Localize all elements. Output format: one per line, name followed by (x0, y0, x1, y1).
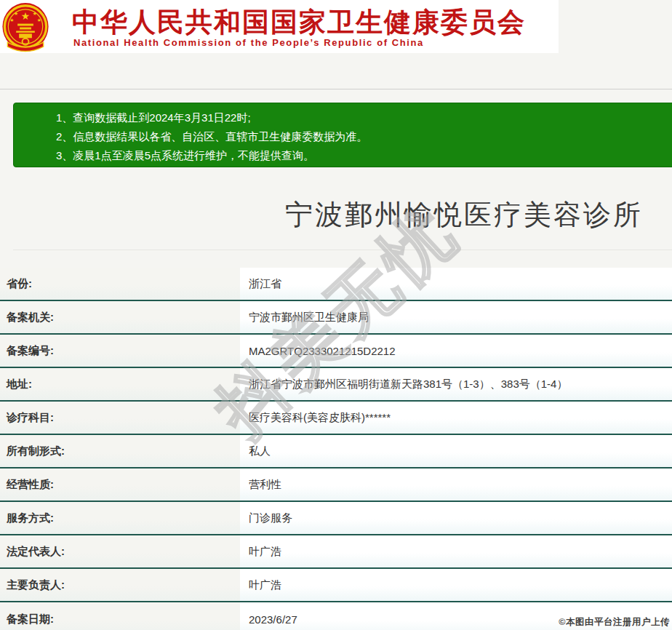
field-label: 备案日期: (0, 602, 240, 630)
field-value: 私人 (240, 435, 672, 467)
field-label: 经营性质: (0, 468, 240, 501)
notice-box: 1、查询数据截止到2024年3月31日22时;2、信息数据结果以各省、自治区、直… (13, 103, 672, 167)
field-value: 浙江省 (240, 268, 672, 300)
upload-copyright-note: ©本图由平台注册用户上传 (559, 616, 670, 629)
field-label: 备案编号: (0, 335, 240, 367)
table-row: 诊疗科目: 医疗美容科(美容皮肤科)****** (0, 402, 672, 435)
field-value: MA2GRTQ2333021215D2212 (240, 335, 672, 367)
table-row: 经营性质: 营利性 (0, 468, 672, 502)
institution-name: 宁波鄞州愉悦医疗美容诊所 (285, 196, 643, 234)
field-value: 门诊服务 (240, 502, 672, 534)
svg-text:★: ★ (37, 17, 41, 23)
notice-item: 3、凌晨1点至凌晨5点系统进行维护，不能提供查询。 (56, 146, 672, 165)
field-label: 主要负责人: (0, 569, 240, 601)
field-label: 法定代表人: (0, 535, 240, 567)
table-row: 地址: 浙江省宁波市鄞州区福明街道新天路381号（1-3）、383号（1-4） (0, 368, 672, 402)
field-value: 宁波市鄞州区卫生健康局 (240, 301, 672, 333)
top-band: ★ ★ ★ ★ ★ 中华人民共和国国家卫生健康委员会 National Heal… (0, 0, 672, 89)
notice-list: 1、查询数据截止到2024年3月31日22时;2、信息数据结果以各省、自治区、直… (56, 108, 672, 165)
table-row: 服务方式: 门诊服务 (0, 502, 672, 535)
field-value: 营利性 (240, 468, 672, 501)
table-row: 备案编号: MA2GRTQ2333021215D2212 (0, 335, 672, 368)
field-label: 诊疗科目: (0, 402, 240, 434)
field-label: 地址: (0, 368, 240, 400)
field-label: 省份: (0, 268, 240, 300)
field-value: 叶广浩 (240, 535, 672, 567)
svg-text:★: ★ (9, 17, 14, 23)
notice-item: 2、信息数据结果以各省、自治区、直辖市卫生健康委数据为准。 (56, 127, 672, 146)
header-title-en: National Health Commission of the People… (73, 37, 424, 48)
table-row: 省份: 浙江省 (0, 268, 672, 301)
notice-item: 1、查询数据截止到2024年3月31日22时; (56, 108, 672, 127)
title-divider (13, 250, 672, 250)
field-value: 浙江省宁波市鄞州区福明街道新天路381号（1-3）、383号（1-4） (240, 368, 672, 400)
header-title-cn: 中华人民共和国国家卫生健康委员会 (72, 4, 526, 41)
site-header: ★ ★ ★ ★ ★ 中华人民共和国国家卫生健康委员会 National Heal… (0, 0, 559, 53)
national-emblem-icon: ★ ★ ★ ★ ★ (1, 1, 51, 53)
table-row: 主要负责人: 叶广浩 (0, 569, 672, 602)
info-table: 省份: 浙江省 备案机关: 宁波市鄞州区卫生健康局 备案编号: MA2GRTQ2… (0, 268, 672, 630)
field-label: 所有制形式: (0, 435, 240, 467)
svg-text:★: ★ (21, 11, 30, 22)
field-value: 叶广浩 (240, 569, 672, 601)
table-row: 所有制形式: 私人 (0, 435, 672, 468)
table-row: 法定代表人: 叶广浩 (0, 535, 672, 569)
svg-text:★: ★ (33, 11, 37, 16)
table-row: 备案机关: 宁波市鄞州区卫生健康局 (0, 301, 672, 335)
page: ★ ★ ★ ★ ★ 中华人民共和国国家卫生健康委员会 National Heal… (0, 0, 672, 630)
svg-text:★: ★ (14, 11, 18, 16)
field-value: 医疗美容科(美容皮肤科)****** (240, 402, 672, 434)
field-label: 备案机关: (0, 301, 240, 333)
field-label: 服务方式: (0, 502, 240, 534)
